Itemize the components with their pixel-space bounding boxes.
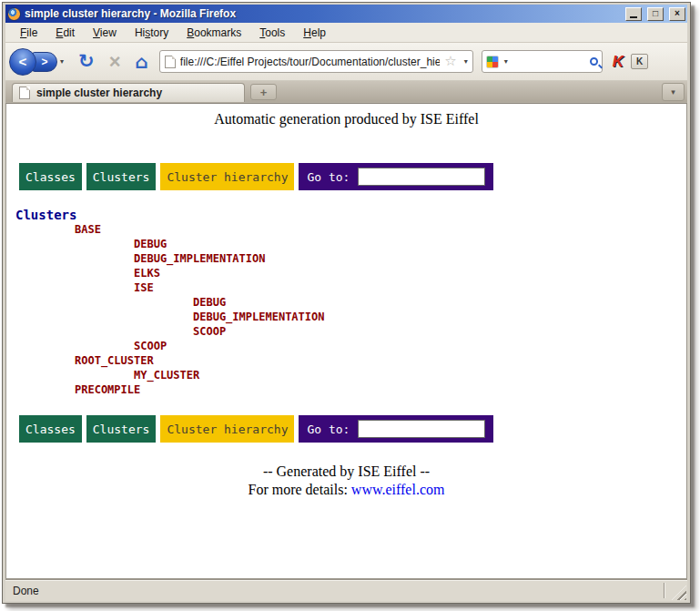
page-content: Automatic generation produced by ISE Eif…	[5, 103, 687, 579]
forward-icon: >	[41, 56, 47, 68]
title-bar[interactable]: simple cluster hierarchy - Mozilla Firef…	[5, 5, 687, 23]
tree-item[interactable]: ISE	[15, 280, 325, 295]
tab-label: simple cluster hierarchy	[36, 87, 162, 99]
menu-help[interactable]: Help	[294, 24, 335, 42]
menu-bookmarks[interactable]: Bookmarks	[178, 24, 250, 42]
url-input[interactable]	[180, 56, 441, 68]
search-input[interactable]	[511, 56, 587, 68]
cluster-hierarchy-button[interactable]: Cluster hierarchy	[160, 163, 294, 190]
menu-history[interactable]: History	[126, 24, 178, 42]
close-icon: ×	[675, 9, 680, 18]
page-footer: -- Generated by ISE Eiffel -- For more d…	[6, 463, 686, 499]
page-icon	[165, 56, 176, 68]
maximize-button[interactable]: □	[647, 7, 664, 21]
goto-box: Go to:	[299, 415, 493, 443]
k-toolbar-button[interactable]: K	[631, 54, 648, 69]
status-bar: Done	[5, 579, 687, 601]
tree-item[interactable]: ELKS	[15, 266, 325, 280]
cluster-tree: BASE DEBUG DEBUG_IMPLEMENTATION ELKS ISE…	[15, 222, 325, 397]
minimize-button[interactable]	[625, 7, 642, 21]
navigation-toolbar: < > ▾ ↻ × ⌂ ☆ ▾ ▾ K K	[5, 43, 687, 81]
tree-item[interactable]: MY_CLUSTER	[15, 368, 325, 382]
bookmark-star-icon[interactable]: ☆	[444, 55, 456, 68]
maximize-icon: □	[653, 9, 658, 18]
kaspersky-icon[interactable]: K	[613, 54, 624, 69]
url-history-dropdown[interactable]: ▾	[464, 57, 468, 66]
new-tab-button[interactable]: +	[250, 84, 277, 100]
search-icon[interactable]	[590, 57, 598, 66]
back-icon: <	[19, 54, 27, 69]
tree-item[interactable]: DEBUG_IMPLEMENTATION	[15, 251, 325, 266]
firefox-logo-icon	[7, 7, 21, 21]
tree-item[interactable]: DEBUG	[15, 237, 325, 251]
goto-input[interactable]	[358, 420, 485, 438]
status-text: Done	[13, 585, 39, 597]
menu-bar: File Edit View History Bookmarks Tools H…	[5, 23, 687, 43]
stop-button: ×	[109, 52, 121, 72]
window-title: simple cluster hierarchy - Mozilla Firef…	[25, 7, 620, 20]
tree-item[interactable]: DEBUG_IMPLEMENTATION	[15, 310, 325, 324]
list-all-tabs-button[interactable]: ▾	[662, 83, 685, 101]
status-bar-divider	[664, 583, 665, 598]
classes-button[interactable]: Classes	[19, 163, 82, 190]
back-forward-dropdown[interactable]: ▾	[60, 57, 64, 66]
menu-file[interactable]: File	[11, 24, 46, 42]
tree-item[interactable]: DEBUG	[15, 295, 325, 310]
clusters-section-title: Clusters	[15, 208, 76, 222]
goto-box: Go to:	[299, 163, 493, 190]
tree-item[interactable]: BASE	[15, 222, 325, 237]
cluster-hierarchy-button[interactable]: Cluster hierarchy	[160, 415, 294, 443]
resize-grip[interactable]	[672, 586, 686, 600]
clusters-button[interactable]: Clusters	[86, 163, 157, 190]
tree-item[interactable]: ROOT_CLUSTER	[15, 353, 325, 368]
screenshot: simple cluster hierarchy - Mozilla Firef…	[0, 0, 700, 611]
firefox-window: simple cluster hierarchy - Mozilla Firef…	[2, 2, 691, 604]
classes-button[interactable]: Classes	[19, 415, 82, 443]
generated-by-text: -- Generated by ISE Eiffel --	[6, 463, 686, 481]
clusters-button[interactable]: Clusters	[86, 415, 157, 443]
home-button[interactable]: ⌂	[135, 53, 147, 71]
goto-label: Go to:	[307, 423, 350, 436]
address-bar[interactable]: ☆ ▾	[159, 50, 473, 73]
google-engine-icon	[486, 56, 499, 68]
more-details-text: For more details: www.eiffel.com	[6, 481, 686, 499]
goto-label: Go to:	[307, 170, 350, 184]
doc-nav-row-bottom: Classes Clusters Cluster hierarchy Go to…	[19, 415, 493, 443]
tree-item[interactable]: PRECOMPILE	[15, 382, 325, 397]
tab-simple-cluster-hierarchy[interactable]: simple cluster hierarchy	[12, 83, 245, 102]
goto-input[interactable]	[358, 168, 485, 186]
menu-tools[interactable]: Tools	[250, 24, 294, 42]
minimize-icon	[630, 16, 637, 18]
search-bar[interactable]: ▾	[482, 50, 603, 73]
back-button[interactable]: <	[9, 48, 36, 76]
menu-view[interactable]: View	[84, 24, 126, 42]
search-engine-dropdown[interactable]: ▾	[504, 57, 508, 66]
tree-item[interactable]: SCOOP	[15, 339, 325, 353]
page-title: Automatic generation produced by ISE Eif…	[6, 111, 686, 127]
reload-button[interactable]: ↻	[78, 52, 95, 71]
doc-nav-row-top: Classes Clusters Cluster hierarchy Go to…	[19, 163, 493, 190]
eiffel-com-link[interactable]: www.eiffel.com	[351, 482, 445, 497]
chevron-down-icon: ▾	[671, 87, 675, 97]
menu-edit[interactable]: Edit	[46, 24, 84, 42]
tab-bar: simple cluster hierarchy + ▾	[5, 81, 687, 103]
close-button[interactable]: ×	[669, 7, 685, 21]
tab-favicon	[19, 87, 30, 99]
tree-item[interactable]: SCOOP	[15, 324, 325, 339]
